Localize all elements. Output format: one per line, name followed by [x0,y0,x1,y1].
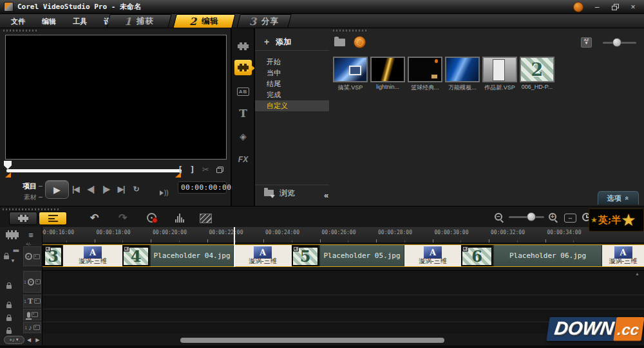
add-remove-track[interactable]: +/- [26,242,31,246]
tray-ball-icon[interactable] [573,2,583,12]
browse-button[interactable]: 浏览 [255,185,329,201]
clip-漩涡-三维[interactable]: A漩涡-三维 [602,245,644,266]
voice-track-button[interactable] [23,309,41,320]
title-track-button[interactable]: 1T [23,295,41,307]
options-tab[interactable]: 选项 « [598,191,639,205]
close-button[interactable]: × [629,3,638,11]
timeline-playhead[interactable] [234,227,235,267]
instant-project-tab[interactable] [234,60,252,75]
scrubber-bar[interactable] [6,169,182,172]
gallery-item-当中[interactable]: 当中 [255,68,329,78]
play-button[interactable]: ▶ [45,180,69,199]
voice-track-lock[interactable] [6,312,12,324]
mark-in-button[interactable]: [ [178,165,183,174]
track-scroll-up-icon[interactable]: ▲ [635,271,639,276]
gallery-item-自定义[interactable]: 自定义 [255,100,329,111]
graphic-tab[interactable]: ◈ [234,129,252,144]
enlarge-preview-icon[interactable] [216,167,223,173]
import-folder-icon[interactable] [334,39,345,46]
timecode-display[interactable]: 00:00:00:00 ▲ ▼ [178,181,227,194]
collapse-panel-icon[interactable]: « [324,190,328,200]
home-icon[interactable]: |◀ [72,185,79,194]
video-track-lock[interactable] [4,250,9,262]
mark-out-button[interactable]: ] [190,165,195,174]
add-track-button[interactable]: +♪▼ [4,336,24,344]
prev-frame-icon[interactable]: ◀| [88,185,95,194]
menu-item-文件[interactable]: 文件 [3,17,33,26]
sort-icon[interactable]: AZ [581,37,592,48]
timeline-grip[interactable] [3,208,61,210]
clip-漩涡-三维[interactable]: A漩涡-三维 [63,245,122,266]
library-thumbnail[interactable]: 作品新.VSP [482,57,517,92]
sound-mixer-icon[interactable] [175,213,184,223]
menu-item-工具[interactable]: 工具 [64,17,95,26]
clip-number-5[interactable]: 5 [292,245,319,266]
step-tab-分享[interactable]: 3分享 [236,14,291,28]
trim-handle-left[interactable] [5,172,11,178]
record-capture-icon[interactable] [147,213,156,223]
library-thumbnail[interactable]: lightnin... [370,57,405,92]
menu-item-编辑[interactable]: 编辑 [33,17,64,26]
horizontal-scrollbar[interactable] [180,338,444,343]
track-manager-button[interactable] [4,229,21,241]
fit-project-icon[interactable]: ↔ [564,214,576,223]
track-expand-icon[interactable]: ▼ [10,258,15,264]
clip-number-3[interactable]: 3 [44,245,63,266]
media-library-tab[interactable] [234,39,252,54]
clip-漩涡-三维[interactable]: A漩涡-三维 [234,245,292,266]
volume-icon[interactable]: )) [160,189,169,196]
step-tab-捕获[interactable]: 1捕获 [106,14,171,28]
restore-button[interactable] [611,3,620,11]
gallery-item-完成[interactable]: 完成 [255,89,329,100]
redo-button[interactable]: ↷ [118,212,127,224]
overlay-track-lock[interactable] [6,280,12,291]
split-clip-icon[interactable]: ✂ [202,165,209,174]
storyboard-view-button[interactable] [9,212,37,225]
title-track-row[interactable] [43,295,644,308]
music-track-lock[interactable] [6,325,12,336]
gallery-item-开始[interactable]: 开始 [255,57,329,68]
library-thumbnail[interactable]: 篮球经典... [408,57,442,92]
clip-number-6[interactable]: 6 [461,245,493,266]
clip-Placeholder 04.jpg[interactable]: Placeholder 04.jpg [150,245,234,266]
mode-clip-label[interactable]: 素材 [19,193,43,202]
end-icon[interactable]: ▶| [118,185,125,194]
track-list-button[interactable]: ≡ [23,229,39,241]
zoom-in-icon[interactable]: + [549,213,556,221]
timeline-ruler[interactable]: 00:00:16:0000:00:18:0000:00:20:0000:00:2… [43,227,644,243]
clip-Placeholder 05.jpg[interactable]: Placeholder 05.jpg [319,245,404,266]
scroll-right-icon[interactable]: ▶ [35,337,39,343]
timeline-view-button[interactable] [39,212,67,225]
clip-Placeholder 06.jpg[interactable]: Placeholder 06.jpg [493,245,602,266]
video-preview[interactable] [5,35,227,160]
undo-button[interactable]: ↶ [90,212,99,224]
overlay-track-row[interactable] [43,270,644,294]
step-tab-编辑[interactable]: 2编辑 [173,14,235,28]
repeat-icon[interactable]: ↻ [133,185,138,194]
music-track-button[interactable]: 1♪ [23,322,41,333]
scroll-left-icon[interactable]: ◀ [27,337,31,343]
next-frame-icon[interactable]: |▶ [102,185,109,194]
library-thumbnail[interactable]: 万能模板... [445,57,480,92]
gallery-item-结尾[interactable]: 结尾 [255,78,329,89]
overlay-track-icon [28,279,34,286]
video-track-menu-icon[interactable]: ≔ [13,247,19,254]
timeline-zoom-thumb[interactable] [527,212,536,221]
zoom-out-icon[interactable]: − [495,213,502,221]
thumbnail-zoom-thumb[interactable] [612,38,621,47]
clip-漩涡-三维[interactable]: A漩涡-三维 [404,245,461,266]
filter-tab[interactable]: FX [234,152,252,167]
scrubber-playhead[interactable] [4,161,12,169]
title-track-lock[interactable] [6,299,12,311]
overlay-track-button[interactable]: 1 [23,271,41,293]
get-more-icon[interactable] [354,36,366,48]
ripple-edit-icon[interactable] [200,214,212,223]
mode-project-label[interactable]: 项目 [19,181,43,191]
transition-tab[interactable]: AB [234,84,252,99]
library-thumbnail[interactable]: 2006_HD-P... [520,57,554,92]
library-thumbnail[interactable]: 搞笑.VSP [333,57,368,92]
video-track-button[interactable] [23,246,41,266]
minimize-button[interactable]: – [592,3,601,11]
title-tab[interactable]: T [234,105,252,121]
clip-number-4[interactable]: 4 [122,245,150,266]
